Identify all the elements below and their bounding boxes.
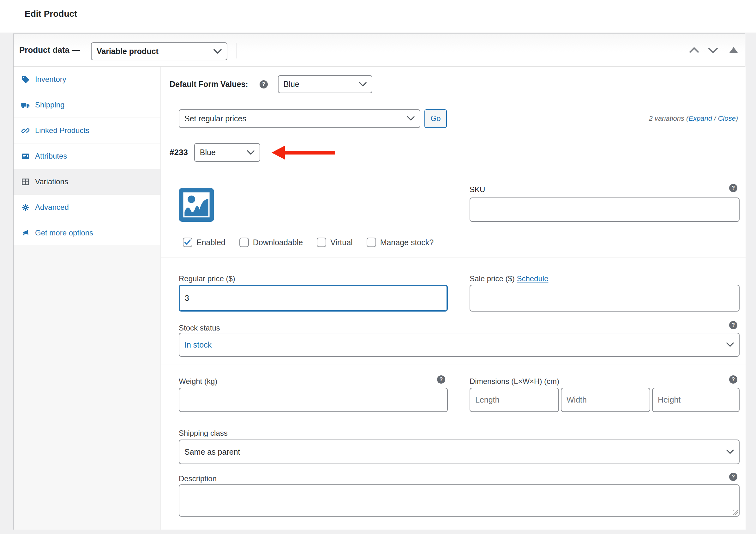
sidebar-item-label: Get more options	[35, 228, 93, 237]
help-icon[interactable]: ?	[259, 80, 268, 89]
divider	[161, 469, 745, 469]
move-up-icon[interactable]	[689, 47, 699, 54]
variation-header-row: #233 Blue	[161, 135, 745, 170]
sku-label: SKU	[470, 185, 485, 194]
downloadable-checkbox[interactable]	[239, 238, 249, 247]
help-icon[interactable]: ?	[437, 375, 445, 383]
page-title: Edit Product	[25, 9, 77, 19]
variations-summary: 2 variations (Expand / Close)	[649, 114, 738, 123]
manage-stock-checkbox-item: Manage stock?	[366, 238, 434, 247]
product-type-select[interactable]: Variable product	[91, 42, 228, 60]
enabled-checkbox-item: Enabled	[183, 238, 226, 247]
checkbox-label: Enabled	[197, 238, 226, 247]
divider	[161, 418, 745, 418]
downloadable-checkbox-item: Downloadable	[239, 238, 303, 247]
height-input[interactable]	[652, 388, 740, 412]
regular-price-label: Regular price ($)	[179, 274, 235, 283]
sale-price-label: Sale price ($) Schedule	[470, 274, 548, 283]
arrow-shaft	[284, 151, 335, 155]
checkbox-label: Downloadable	[253, 238, 303, 247]
sku-label-text: SKU	[470, 185, 485, 195]
default-form-values-row: Default Form Values: ? Blue	[161, 67, 745, 102]
help-icon[interactable]: ?	[729, 473, 737, 481]
dimensions-label: Dimensions (L×W×H) (cm)	[470, 377, 559, 386]
variation-image-placeholder[interactable]	[179, 188, 214, 223]
summary-separator: /	[712, 114, 718, 122]
regular-price-input[interactable]	[179, 285, 448, 312]
chevron-down-icon	[247, 150, 255, 155]
stock-status-select[interactable]: In stock	[179, 333, 740, 357]
sku-input[interactable]	[470, 197, 740, 222]
summary-prefix: 2 variations (	[649, 114, 689, 122]
expand-link[interactable]: Expand	[688, 114, 712, 122]
description-label: Description	[179, 474, 217, 483]
sidebar-item-advanced[interactable]: Advanced	[14, 195, 160, 220]
megaphone-icon	[20, 228, 30, 238]
weight-input[interactable]	[179, 388, 448, 412]
virtual-checkbox[interactable]	[317, 238, 326, 247]
shipping-class-label: Shipping class	[179, 429, 228, 437]
sidebar-item-label: Advanced	[35, 203, 69, 212]
length-input[interactable]	[470, 388, 559, 412]
default-attribute-select-value: Blue	[284, 80, 299, 89]
default-attribute-select[interactable]: Blue	[278, 75, 372, 93]
sidebar-item-label: Inventory	[35, 75, 66, 84]
sidebar-item-label: Variations	[35, 177, 68, 186]
divider	[161, 365, 745, 365]
divider	[161, 233, 745, 233]
shipping-class-select[interactable]: Same as parent	[179, 439, 740, 464]
schedule-link[interactable]: Schedule	[517, 274, 548, 283]
check-icon	[184, 239, 191, 245]
shipping-class-select-value: Same as parent	[184, 447, 240, 457]
sale-price-label-text: Sale price ($)	[470, 274, 515, 283]
tag-icon	[20, 74, 30, 84]
sidebar-item-inventory[interactable]: Inventory	[14, 67, 160, 92]
variation-id: #233	[170, 148, 188, 157]
description-textarea[interactable]	[179, 484, 740, 517]
product-type-select-value: Variable product	[96, 47, 158, 56]
variation-options-row: Enabled Downloadable Virtual Manage stoc…	[183, 238, 434, 247]
sidebar-item-get-more-options[interactable]: Get more options	[14, 220, 160, 246]
card-icon	[20, 151, 30, 161]
chevron-down-icon	[726, 343, 734, 347]
stock-status-label: Stock status	[179, 323, 220, 332]
variation-attribute-select[interactable]: Blue	[194, 143, 260, 162]
sidebar-item-linked-products[interactable]: Linked Products	[14, 118, 160, 143]
move-down-icon[interactable]	[708, 47, 718, 54]
arrow-head	[272, 146, 285, 159]
sidebar-item-label: Linked Products	[35, 126, 89, 135]
product-data-panel: Product data — Variable product Inventor…	[13, 34, 745, 530]
default-form-values-label: Default Form Values:	[170, 80, 248, 89]
truck-icon	[20, 100, 30, 110]
product-data-tabs: Inventory Shipping Linked Products Attri…	[14, 67, 161, 530]
manage-stock-checkbox[interactable]	[366, 238, 376, 247]
virtual-checkbox-item: Virtual	[317, 238, 352, 247]
weight-label: Weight (kg)	[179, 377, 217, 386]
sidebar-item-label: Shipping	[35, 100, 65, 109]
close-link[interactable]: Close	[718, 114, 736, 122]
textarea-resize-grip[interactable]	[733, 510, 738, 515]
checkbox-label: Virtual	[330, 238, 352, 247]
enabled-checkbox[interactable]	[183, 238, 192, 247]
help-icon[interactable]: ?	[729, 321, 737, 329]
panel-header: Product data — Variable product	[14, 34, 745, 67]
sale-price-input[interactable]	[470, 285, 740, 312]
width-input[interactable]	[561, 388, 650, 412]
chevron-down-icon	[726, 450, 734, 454]
chevron-down-icon	[213, 49, 222, 54]
variations-panel: Default Form Values: ? Blue Set regular …	[161, 67, 745, 530]
sidebar-item-attributes[interactable]: Attributes	[14, 143, 160, 169]
header-divider	[236, 42, 237, 58]
annotation-arrow	[272, 146, 335, 159]
go-button[interactable]: Go	[424, 109, 447, 128]
sidebar-item-variations[interactable]: Variations	[14, 169, 160, 195]
top-bar: Edit Product	[0, 0, 756, 33]
summary-suffix: )	[736, 114, 738, 122]
help-icon[interactable]: ?	[729, 375, 737, 383]
bulk-action-select[interactable]: Set regular prices	[179, 109, 420, 128]
collapse-toggle-icon[interactable]	[729, 47, 738, 53]
panel-title: Product data —	[19, 45, 80, 55]
bulk-actions-row: Set regular prices Go 2 variations (Expa…	[161, 102, 745, 135]
sidebar-item-shipping[interactable]: Shipping	[14, 92, 160, 118]
help-icon[interactable]: ?	[729, 184, 737, 192]
